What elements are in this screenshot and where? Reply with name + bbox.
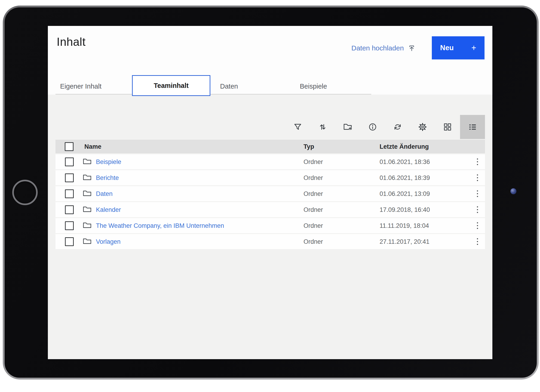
tab-daten[interactable]: Daten — [220, 83, 238, 90]
row-actions-kebab-icon[interactable] — [473, 157, 481, 167]
app-screen: Inhalt Daten hochladen Neu + Eigener Inh… — [48, 26, 492, 359]
content-table: Name Typ Letzte Änderung Beispiele Ordne… — [55, 140, 485, 250]
folder-icon — [83, 174, 91, 182]
column-header-typ[interactable]: Typ — [304, 143, 314, 150]
row-modified: 27.11.2017, 20:41 — [380, 238, 430, 245]
table-row: Kalender Ordner 17.09.2018, 16:40 — [55, 202, 485, 217]
row-checkbox[interactable] — [65, 189, 74, 198]
row-actions-kebab-icon[interactable] — [473, 173, 481, 183]
table-row: Beispiele Ordner 01.06.2021, 18:36 — [55, 154, 485, 169]
row-checkbox[interactable] — [65, 205, 74, 214]
information-icon[interactable] — [360, 115, 385, 139]
folder-link[interactable]: Berichte — [96, 174, 119, 181]
row-actions-kebab-icon[interactable] — [473, 205, 481, 215]
folder-icon — [83, 190, 91, 198]
upload-data-link[interactable]: Daten hochladen — [351, 42, 416, 54]
table-row: Vorlagen Ordner 27.11.2017, 20:41 — [55, 234, 485, 249]
table-row: Daten Ordner 01.06.2021, 13:09 — [55, 186, 485, 201]
folder-icon — [83, 158, 91, 166]
grid-view-icon[interactable] — [435, 115, 460, 139]
plus-icon: + — [471, 43, 476, 53]
toolbar — [285, 115, 485, 139]
row-modified: 01.06.2021, 13:09 — [380, 190, 430, 197]
row-modified: 17.09.2018, 16:40 — [380, 206, 430, 213]
row-actions-kebab-icon[interactable] — [473, 236, 481, 247]
folder-link[interactable]: Daten — [96, 190, 113, 197]
filter-icon[interactable] — [285, 115, 310, 139]
row-type: Ordner — [304, 190, 323, 197]
row-modified: 01.06.2021, 18:39 — [380, 174, 430, 181]
row-modified: 11.11.2019, 18:04 — [380, 222, 429, 229]
row-checkbox[interactable] — [65, 173, 74, 182]
table-header-row: Name Typ Letzte Änderung — [55, 140, 485, 153]
refresh-icon[interactable] — [385, 115, 410, 139]
row-actions-kebab-icon[interactable] — [473, 189, 481, 199]
tab-bar: Eigener Inhalt Teaminhalt Daten Beispiel… — [48, 75, 492, 96]
row-actions-kebab-icon[interactable] — [473, 221, 481, 231]
folder-icon — [83, 237, 91, 246]
tab-eigener-inhalt[interactable]: Eigener Inhalt — [60, 83, 101, 90]
new-button[interactable]: Neu + — [432, 36, 485, 60]
column-header-letzte-aenderung[interactable]: Letzte Änderung — [380, 143, 429, 150]
select-all-checkbox[interactable] — [65, 142, 74, 151]
row-checkbox[interactable] — [65, 157, 74, 166]
column-header-name[interactable]: Name — [84, 143, 101, 150]
new-button-label: Neu — [440, 44, 454, 52]
row-type: Ordner — [304, 206, 323, 213]
tablet-device: Inhalt Daten hochladen Neu + Eigener Inh… — [3, 5, 539, 380]
sort-icon[interactable] — [310, 115, 335, 139]
upload-data-label: Daten hochladen — [351, 44, 404, 52]
content-area: Name Typ Letzte Änderung Beispiele Ordne… — [48, 95, 492, 359]
row-type: Ordner — [304, 222, 323, 229]
tab-beispiele[interactable]: Beispiele — [300, 83, 327, 90]
folder-link[interactable]: Vorlagen — [96, 238, 121, 245]
new-folder-icon[interactable] — [335, 115, 360, 139]
folder-icon — [83, 221, 91, 230]
upload-icon — [408, 44, 416, 52]
folder-link[interactable]: Beispiele — [96, 158, 121, 165]
front-camera-icon — [510, 188, 516, 194]
table-row: Berichte Ordner 01.06.2021, 18:39 — [55, 170, 485, 185]
row-type: Ordner — [304, 238, 323, 245]
row-checkbox[interactable] — [65, 237, 74, 246]
page-title: Inhalt — [57, 35, 85, 49]
folder-icon — [83, 206, 91, 214]
home-button[interactable] — [12, 180, 38, 205]
table-row: The Weather Company, ein IBM Unternehmen… — [55, 218, 485, 233]
row-modified: 01.06.2021, 18:36 — [380, 158, 430, 165]
tab-teaminhalt[interactable]: Teaminhalt — [132, 75, 210, 96]
row-type: Ordner — [304, 158, 323, 165]
folder-link[interactable]: The Weather Company, ein IBM Unternehmen — [96, 222, 224, 229]
folder-link[interactable]: Kalender — [96, 206, 121, 213]
row-checkbox[interactable] — [65, 221, 74, 230]
row-type: Ordner — [304, 174, 323, 181]
settings-icon[interactable] — [410, 115, 435, 139]
list-view-icon[interactable] — [460, 115, 485, 139]
